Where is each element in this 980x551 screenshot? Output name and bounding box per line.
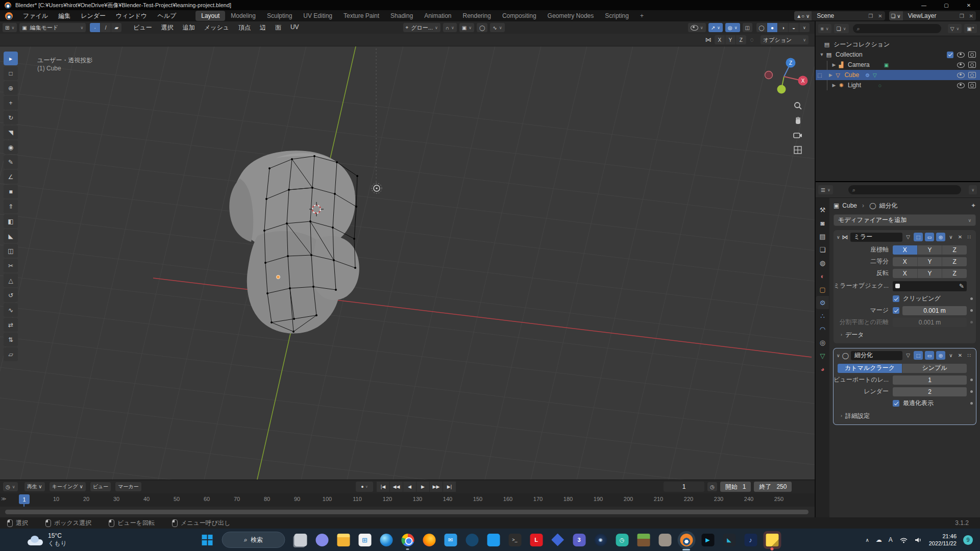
rendered-shading-button[interactable]: ◒ bbox=[789, 23, 799, 32]
explorer-icon[interactable] bbox=[337, 534, 350, 546]
tool-transform[interactable]: ◉ bbox=[4, 140, 18, 154]
extras-dropdown[interactable]: ∨ bbox=[947, 234, 954, 240]
bisect-x-button[interactable]: X bbox=[893, 257, 918, 266]
render-camera-icon[interactable] bbox=[968, 72, 976, 78]
render-toggle[interactable]: ◎ bbox=[936, 233, 945, 241]
timeline-ruler[interactable]: ≫ 1 102030405060708090100110120130140150… bbox=[0, 493, 815, 507]
render-camera-icon[interactable] bbox=[968, 62, 976, 68]
ptab-view-layer[interactable]: ❏ bbox=[816, 243, 829, 256]
visibility-dropdown[interactable]: ∨ bbox=[688, 23, 706, 32]
outliner-display-mode-dropdown[interactable]: ≡∨ bbox=[818, 24, 831, 33]
outliner-search-input[interactable]: ⌕ bbox=[853, 24, 941, 33]
optimal-display-checkbox[interactable] bbox=[893, 400, 899, 407]
edge-select-button[interactable]: / bbox=[101, 23, 111, 32]
frame-start-field[interactable]: 開始 1 bbox=[720, 482, 751, 492]
tab-texture-paint[interactable]: Texture Paint bbox=[338, 11, 385, 21]
flip-y-button[interactable]: Y bbox=[918, 269, 943, 278]
tab-rendering[interactable]: Rendering bbox=[457, 11, 497, 21]
editmode-toggle[interactable]: ⬚ bbox=[914, 351, 923, 360]
wifi-icon[interactable] bbox=[899, 537, 908, 543]
tab-add-workspace[interactable]: + bbox=[634, 11, 649, 21]
ptab-object[interactable]: ▢ bbox=[816, 283, 829, 296]
tab-uv-editing[interactable]: UV Editing bbox=[298, 11, 338, 21]
tool-select-box[interactable]: □ bbox=[4, 66, 18, 80]
ptab-constraints[interactable]: ◎ bbox=[816, 336, 829, 349]
viewport-3d[interactable]: Z X ⊞∨ ▣ 編集モード ∨ ∙ / ▰ ビュー選択追加メッシュ頂点辺面UV… bbox=[0, 21, 816, 517]
proportional-edit-button[interactable]: ◯ bbox=[477, 23, 487, 32]
mirror-y-button[interactable]: Y bbox=[725, 35, 736, 44]
collapse-icon[interactable]: ∨ bbox=[837, 353, 840, 358]
tool-knife[interactable]: ✂ bbox=[4, 259, 18, 272]
catmull-clark-button[interactable]: カトマルクラーク bbox=[838, 364, 902, 373]
zoom-view-icon[interactable] bbox=[791, 99, 804, 112]
light-gizmo[interactable] bbox=[372, 183, 382, 193]
expand-region-icon[interactable]: ≫ bbox=[1, 496, 6, 502]
terminal-icon[interactable]: >_ bbox=[508, 534, 521, 546]
solid-shading-button[interactable]: ● bbox=[767, 23, 778, 32]
add-modifier-button[interactable]: モディファイアーを追加 ∨ bbox=[834, 214, 976, 226]
flip-z-button[interactable]: Z bbox=[942, 269, 967, 278]
navigation-gizmo[interactable]: Z X bbox=[765, 58, 808, 94]
delete-modifier-button[interactable]: ✕ bbox=[957, 234, 964, 240]
tool-measure[interactable]: ∠ bbox=[4, 170, 18, 184]
modifier-wrench-icon[interactable]: ⚙ bbox=[865, 72, 870, 78]
tab-sculpting[interactable]: Sculpting bbox=[261, 11, 298, 21]
properties-search-input[interactable]: ⌕ bbox=[848, 185, 961, 194]
ptab-particles[interactable]: ∴ bbox=[816, 309, 829, 322]
falloff-dot-icon[interactable]: ◌ bbox=[750, 36, 754, 43]
use-preview-range-toggle[interactable]: ◷ bbox=[707, 482, 717, 491]
scene-icon[interactable]: ▲○ ∨ bbox=[794, 11, 812, 20]
mail-icon[interactable]: ✉ bbox=[444, 534, 457, 546]
face-select-button[interactable]: ▰ bbox=[111, 23, 121, 32]
collapse-icon[interactable]: ∨ bbox=[837, 235, 840, 240]
scene-selector[interactable]: ▲○ ∨ Scene ❐ ✕ bbox=[794, 11, 885, 20]
chat-icon[interactable] bbox=[315, 534, 328, 546]
next-keyframe-button[interactable]: ▶▶ bbox=[430, 482, 443, 492]
clock-app-icon[interactable]: ◷ bbox=[616, 534, 628, 546]
tl-menu-marker[interactable]: マーカー bbox=[115, 482, 141, 491]
outliner-row-collection[interactable]: ▼ ▤ Collection bbox=[816, 49, 980, 60]
current-frame-marker[interactable]: 1 bbox=[19, 494, 30, 504]
volume-icon[interactable] bbox=[915, 537, 922, 543]
data-subpanel-toggle[interactable]: ›データ bbox=[834, 328, 976, 340]
ptab-modifiers[interactable]: ⚙ bbox=[816, 296, 829, 309]
viewport-levels-field[interactable]: 1 bbox=[893, 375, 967, 385]
frame-end-field[interactable]: 終了 250 bbox=[754, 482, 792, 492]
hide-eye-icon[interactable] bbox=[957, 52, 965, 58]
tool-move[interactable]: + bbox=[4, 96, 18, 110]
minimize-button[interactable]: — bbox=[913, 0, 935, 10]
tool-shrink-fatten[interactable]: ⇅ bbox=[4, 333, 18, 346]
breadcrumb-modifier[interactable]: 細分化 bbox=[879, 202, 897, 210]
steam-icon[interactable]: ◉ bbox=[594, 534, 607, 546]
expand-icon[interactable]: ▶ bbox=[831, 83, 837, 88]
hide-eye-icon[interactable] bbox=[957, 83, 965, 88]
maximize-button[interactable]: ▢ bbox=[935, 0, 958, 10]
blender-icon[interactable] bbox=[680, 534, 693, 546]
store-icon[interactable]: ⊞ bbox=[358, 534, 371, 546]
drag-handle[interactable]: ∷ bbox=[966, 234, 973, 240]
snap-target-dropdown[interactable]: ▣∨ bbox=[459, 23, 474, 32]
options-dropdown[interactable]: オプション∨ bbox=[761, 35, 808, 44]
menu-edit[interactable]: 編集 bbox=[53, 11, 76, 21]
video-app-icon[interactable]: ▶ bbox=[701, 534, 714, 546]
camera-view-icon[interactable] bbox=[791, 129, 804, 142]
mirror-object-field[interactable]: ✎ bbox=[893, 281, 967, 291]
taskbar-search[interactable]: ⌕ 検索 bbox=[222, 532, 285, 548]
modifier-name-field[interactable]: 細分化 bbox=[851, 351, 902, 360]
pan-view-hand-icon[interactable] bbox=[791, 114, 804, 127]
delete-modifier-button[interactable]: ✕ bbox=[957, 353, 964, 358]
tool-rotate[interactable]: ↻ bbox=[4, 111, 18, 124]
falloff-dropdown[interactable]: ∿∨ bbox=[490, 23, 504, 32]
snap-dropdown[interactable]: ∩∨ bbox=[443, 23, 457, 32]
weather-widget[interactable]: 15°C くもり bbox=[27, 532, 67, 547]
material-shading-button[interactable]: ◑ bbox=[778, 23, 789, 32]
render-camera-icon[interactable] bbox=[968, 82, 976, 88]
vertex-group-filter-icon[interactable]: ▽ bbox=[904, 353, 912, 358]
ptab-material[interactable]: ◕ bbox=[816, 362, 829, 375]
properties-editor-type-button[interactable]: ☰∨ bbox=[818, 185, 833, 194]
shading-dropdown[interactable]: ∨ bbox=[799, 23, 810, 32]
close-button[interactable]: ✕ bbox=[958, 0, 980, 10]
menu-help[interactable]: ヘルプ bbox=[152, 11, 181, 21]
timeline-editor-type-button[interactable]: ◷∨ bbox=[3, 482, 18, 491]
orientation-dropdown[interactable]: ⌖グロー...∨ bbox=[403, 23, 440, 32]
